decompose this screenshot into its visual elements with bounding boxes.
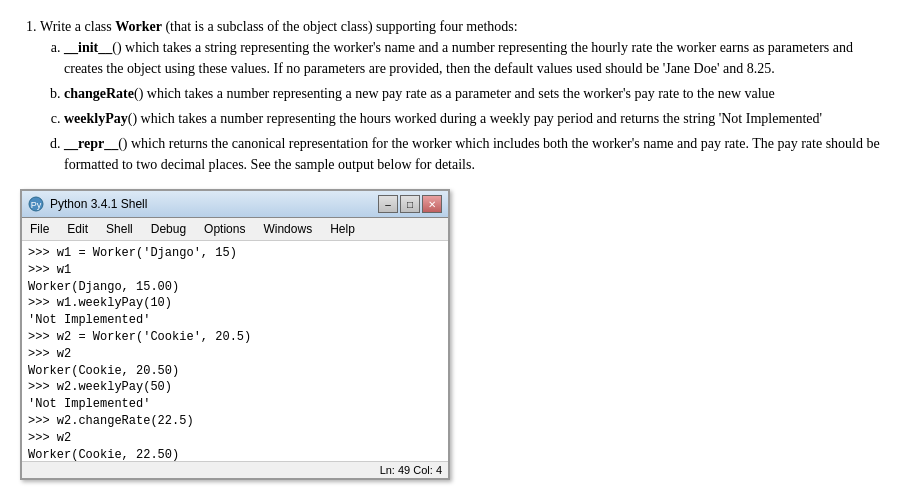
shell-line-2: >>> w1 xyxy=(28,262,442,279)
shell-line-13: Worker(Cookie, 22.50) xyxy=(28,447,442,461)
subitem-c: weeklyPay() which takes a number represe… xyxy=(64,108,889,129)
subitem-a: __init__() which takes a string represen… xyxy=(64,37,889,79)
instruction-prefix: Write a class xyxy=(40,19,115,34)
menu-options[interactable]: Options xyxy=(200,220,249,238)
shell-line-7: >>> w2 xyxy=(28,346,442,363)
shell-menubar: File Edit Shell Debug Options Windows He… xyxy=(22,218,448,241)
shell-line-9: >>> w2.weeklyPay(50) xyxy=(28,379,442,396)
shell-content[interactable]: >>> w1 = Worker('Djangо', 15) >>> w1 Wor… xyxy=(22,241,448,461)
instruction-item-1: Write a class Worker (that is a subclass… xyxy=(40,16,889,175)
maximize-button[interactable]: □ xyxy=(400,195,420,213)
status-ln-col: Ln: 49 Col: 4 xyxy=(380,464,442,476)
minimize-button[interactable]: – xyxy=(378,195,398,213)
method-changerate: changeRate xyxy=(64,86,134,101)
instruction-suffix: (that is a subclass of the object class)… xyxy=(162,19,518,34)
shell-title-buttons: – □ ✕ xyxy=(378,195,442,213)
method-repr: __repr__ xyxy=(64,136,118,151)
svg-text:Py: Py xyxy=(31,200,42,210)
shell-title-text: Python 3.4.1 Shell xyxy=(50,197,147,211)
menu-edit[interactable]: Edit xyxy=(63,220,92,238)
shell-line-4: >>> w1.weeklyPay(10) xyxy=(28,295,442,312)
shell-statusbar: Ln: 49 Col: 4 xyxy=(22,461,448,478)
method-init: __init__ xyxy=(64,40,112,55)
shell-line-12: >>> w2 xyxy=(28,430,442,447)
method-weeklypay: weeklyPay xyxy=(64,111,128,126)
shell-title-left: Py Python 3.4.1 Shell xyxy=(28,196,147,212)
shell-line-11: >>> w2.changeRate(22.5) xyxy=(28,413,442,430)
subitem-d: __repr__() which returns the canonical r… xyxy=(64,133,889,175)
shell-line-1: >>> w1 = Worker('Djangо', 15) xyxy=(28,245,442,262)
menu-shell[interactable]: Shell xyxy=(102,220,137,238)
shell-line-3: Worker(Djangо, 15.00) xyxy=(28,279,442,296)
close-button[interactable]: ✕ xyxy=(422,195,442,213)
shell-line-10: 'Not Implemented' xyxy=(28,396,442,413)
shell-line-8: Worker(Cookie, 20.50) xyxy=(28,363,442,380)
menu-file[interactable]: File xyxy=(26,220,53,238)
shell-titlebar: Py Python 3.4.1 Shell – □ ✕ xyxy=(22,191,448,218)
menu-debug[interactable]: Debug xyxy=(147,220,190,238)
python-shell-window[interactable]: Py Python 3.4.1 Shell – □ ✕ File Edit Sh… xyxy=(20,189,450,480)
menu-windows[interactable]: Windows xyxy=(259,220,316,238)
python-icon: Py xyxy=(28,196,44,212)
instructions-section: Write a class Worker (that is a subclass… xyxy=(20,16,889,175)
shell-line-6: >>> w2 = Worker('Cookie', 20.5) xyxy=(28,329,442,346)
class-name: Worker xyxy=(115,19,162,34)
shell-line-5: 'Not Implemented' xyxy=(28,312,442,329)
subitem-b: changeRate() which takes a number repres… xyxy=(64,83,889,104)
menu-help[interactable]: Help xyxy=(326,220,359,238)
